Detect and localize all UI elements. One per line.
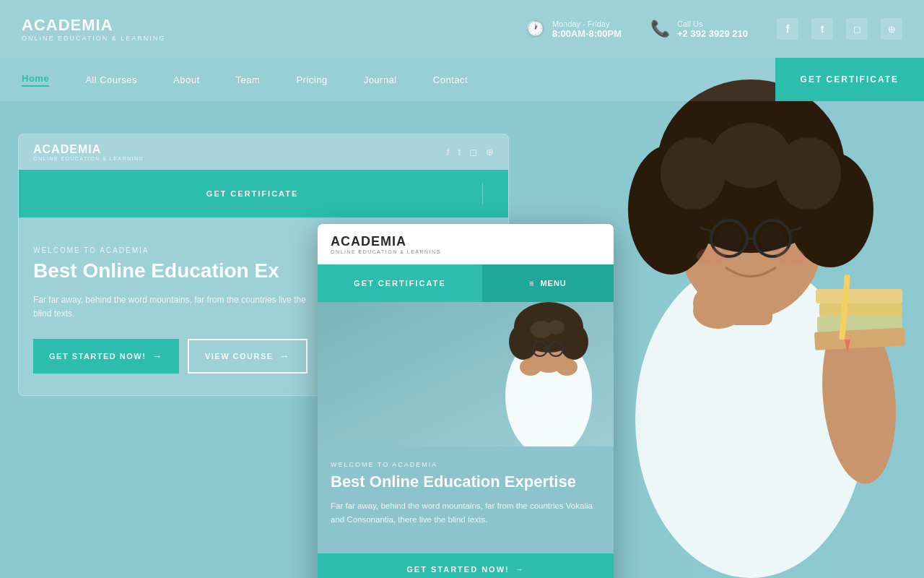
hero-illustration — [318, 302, 614, 447]
get-started-label: GET STARTED NOW! — [49, 352, 146, 361]
arrow-icon-2: → — [279, 350, 291, 362]
desktop-get-certificate-button[interactable]: GET CERTIFICATE — [33, 189, 471, 198]
phone-label: Call Us — [677, 20, 748, 28]
mobile-body-text: Far far away, behind the word mountains,… — [331, 499, 601, 526]
logo-subtitle: ONLINE EDUCATION & LEARNING — [22, 35, 165, 42]
mobile-welcome-text: WELCOME TO ACADEMIA — [331, 461, 601, 468]
nav-all-courses[interactable]: All Courses — [85, 74, 137, 85]
svg-point-7 — [547, 320, 565, 335]
mobile-headline: Best Online Education Expertise — [331, 473, 601, 491]
instagram-icon[interactable]: ◻ — [846, 18, 868, 40]
nav-links: Home All Courses About Team Pricing Jour… — [0, 73, 775, 87]
mobile-get-started-button[interactable]: GET STARTED NOW! → — [318, 553, 614, 578]
nav-contact[interactable]: Contact — [433, 74, 468, 85]
cta-divider — [482, 183, 483, 204]
desktop-logo-subtitle: ONLINE EDUCATION & LEARNING — [33, 156, 144, 161]
mobile-card-body: WELCOME TO ACADEMIA Best Online Educatio… — [318, 447, 614, 553]
nav-about[interactable]: About — [173, 74, 199, 85]
mobile-card-cta-bar: GET CERTIFICATE ≡ MENU — [318, 264, 614, 302]
desktop-card-cta-bar: GET CERTIFICATE — [19, 170, 508, 217]
nav-pricing[interactable]: Pricing — [296, 74, 327, 85]
mobile-preview-card: ACADEMIA ONLINE EDUCATION & LEARNING GET… — [318, 224, 614, 578]
clock-icon: 🕐 — [526, 20, 545, 38]
main-content: ACADEMIA ONLINE EDUCATION & LEARNING f t… — [0, 101, 924, 578]
menu-label: MENU — [540, 279, 566, 288]
mobile-get-started-label: GET STARTED NOW! — [406, 565, 509, 574]
nav-bar: Home All Courses About Team Pricing Jour… — [0, 58, 924, 101]
desktop-get-started-button[interactable]: GET STARTED NOW! → — [33, 339, 179, 374]
mobile-menu-button[interactable]: ≡ MENU — [482, 264, 614, 302]
nav-team[interactable]: Team — [236, 74, 261, 85]
desktop-logo: ACADEMIA ONLINE EDUCATION & LEARNING — [33, 143, 144, 161]
phone-text: Call Us +2 392 3929 210 — [677, 20, 748, 39]
dc-facebook-icon: f — [447, 147, 450, 158]
dc-twitter-icon: t — [458, 147, 461, 158]
schedule-info: 🕐 Monday - Friday 8:00AM-8:00PM — [526, 20, 622, 39]
top-info: 🕐 Monday - Friday 8:00AM-8:00PM 📞 Call U… — [526, 20, 748, 39]
top-bar: ACADEMIA ONLINE EDUCATION & LEARNING 🕐 M… — [0, 0, 924, 58]
nav-home[interactable]: Home — [22, 73, 49, 87]
logo: ACADEMIA ONLINE EDUCATION & LEARNING — [22, 16, 165, 42]
desktop-logo-title: ACADEMIA — [33, 143, 144, 156]
mobile-logo-subtitle: ONLINE EDUCATION & LEARNING — [331, 249, 442, 254]
schedule-label: Monday - Friday — [552, 20, 622, 28]
nav-cta-button[interactable]: GET CERTIFICATE — [775, 58, 924, 101]
mobile-card-header: ACADEMIA ONLINE EDUCATION & LEARNING — [318, 224, 614, 264]
mobile-get-certificate-button[interactable]: GET CERTIFICATE — [318, 264, 482, 302]
twitter-icon[interactable]: t — [811, 18, 833, 40]
logo-title: ACADEMIA — [22, 16, 165, 35]
mobile-logo-title: ACADEMIA — [331, 234, 442, 249]
dc-instagram-icon: ◻ — [469, 147, 477, 158]
mobile-logo: ACADEMIA ONLINE EDUCATION & LEARNING — [331, 234, 442, 254]
desktop-body-text: Far far away, behind the word mountains,… — [33, 293, 308, 321]
menu-icon: ≡ — [529, 279, 534, 288]
view-course-label: VIEW COURSE — [205, 352, 274, 361]
phone-value: +2 392 3929 210 — [677, 28, 748, 39]
svg-point-12 — [556, 358, 578, 376]
desktop-card-header: ACADEMIA ONLINE EDUCATION & LEARNING f t… — [19, 134, 508, 170]
dc-dribbble-icon: ⊕ — [486, 147, 494, 158]
schedule-text: Monday - Friday 8:00AM-8:00PM — [552, 20, 622, 39]
desktop-view-course-button[interactable]: VIEW COURSE → — [188, 339, 308, 374]
nav-journal[interactable]: Journal — [364, 74, 397, 85]
mobile-arrow-icon: → — [515, 565, 525, 574]
dribbble-icon[interactable]: ⊕ — [881, 18, 902, 40]
schedule-value: 8:00AM-8:00PM — [552, 28, 622, 39]
mobile-hero-image — [318, 302, 614, 447]
arrow-icon: → — [152, 350, 163, 362]
facebook-icon[interactable]: f — [777, 18, 798, 40]
phone-info: 📞 Call Us +2 392 3929 210 — [650, 20, 748, 39]
social-links: f t ◻ ⊕ — [777, 18, 902, 40]
svg-point-11 — [520, 358, 541, 376]
phone-icon: 📞 — [650, 20, 670, 38]
desktop-social: f t ◻ ⊕ — [447, 147, 494, 158]
